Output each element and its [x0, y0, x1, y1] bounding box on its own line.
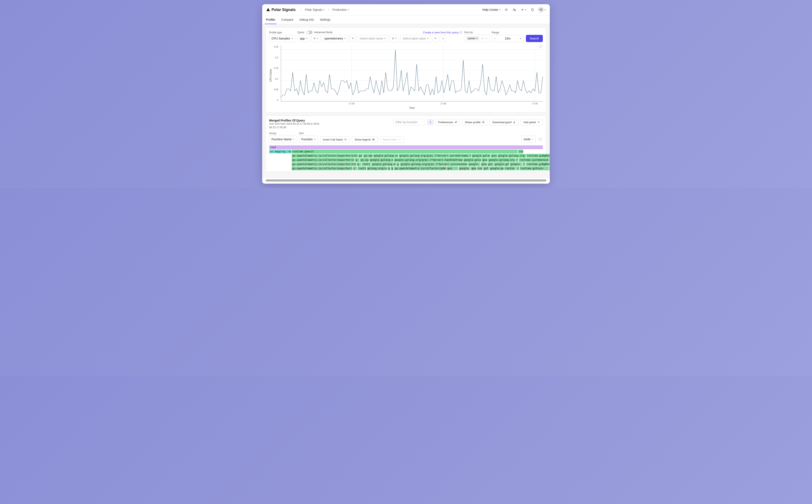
flame-cell[interactable]: goo	[447, 167, 458, 170]
flame-cell[interactable]: runtime.goexit	[291, 150, 518, 153]
tab-compare[interactable]: Compare	[281, 15, 293, 24]
flame-cell[interactable]: google.golang.org/grpc.(*Server).handleS…	[394, 158, 463, 162]
invert-callstack-btn[interactable]: Invert Call Stack	[320, 136, 350, 143]
flame-cell[interactable]: go	[358, 154, 363, 158]
range-increase[interactable]: +	[517, 35, 523, 42]
flame-cell[interactable]: r	[516, 167, 519, 170]
add-panel-btn[interactable]: Add panel	[521, 119, 543, 126]
flame-cell[interactable]: runtim	[504, 167, 516, 170]
filter-field-select[interactable]: app ⇅	[297, 35, 310, 42]
flame-cell[interactable]: g	[356, 162, 361, 166]
share-profile-btn[interactable]: Share profile	[462, 119, 488, 126]
add-menu[interactable]	[520, 7, 527, 12]
flame-cell[interactable]: google.golang.org/grpc.(*Server).serveSt…	[398, 154, 471, 158]
label-op-select[interactable]: = ⇅	[389, 35, 399, 42]
flame-cell[interactable]: googl	[482, 158, 488, 162]
flame-cell[interactable]: google.golang.org/	[371, 162, 396, 166]
search-button[interactable]: Search	[526, 35, 543, 42]
clear-sum-by[interactable]: ✕	[481, 37, 484, 40]
flame-cell[interactable]: runtime.gcBgMarkWorker	[526, 154, 550, 158]
preferences-btn[interactable]: Preferences	[436, 119, 460, 126]
user-menu[interactable]: YE	[538, 7, 546, 13]
flame-cell[interactable]: go.opentelemetry.io/collector/pdata/int	[394, 167, 446, 170]
theme-toggle[interactable]	[504, 7, 509, 12]
flame-cell[interactable]: g	[390, 167, 393, 170]
label-name-select[interactable]: Select label name ⇅	[357, 35, 388, 42]
flame-cell[interactable]: go.opentelemetry.io/collector/exporter/i…	[291, 154, 357, 158]
flame-cell[interactable]: google.gol	[494, 162, 509, 166]
filter-value-select[interactable]: opentelemetry ⇅	[322, 35, 348, 42]
flame-cell[interactable]: c	[353, 167, 357, 170]
profile-type-select[interactable]: CPU Samples ⇅	[269, 35, 295, 42]
flame-cell[interactable]: g	[396, 162, 399, 166]
label-value-select[interactable]: Select label value ⇅	[400, 35, 431, 42]
group-select[interactable]: Function Name	[269, 136, 297, 143]
create-view-link[interactable]: Create a view from this query	[423, 31, 459, 34]
range-decrease[interactable]: −	[492, 35, 498, 42]
flame-cell[interactable]: golang.org/x/	[367, 167, 387, 170]
sum-by-select[interactable]: comm ✕ ✕	[464, 35, 490, 42]
flame-cell[interactable]: r	[549, 158, 550, 162]
remove-filter-btn[interactable]: ✕	[349, 35, 356, 42]
flame-cell[interactable]: google.	[468, 162, 480, 166]
flame-cell[interactable]: gola	[487, 162, 493, 166]
flame-cell[interactable]: go.opentelemetry.io/collector/exporter/i…	[291, 158, 354, 162]
filter-op-select[interactable]: = ⇅	[311, 35, 320, 42]
tab-profiler[interactable]: Profiler	[266, 15, 275, 24]
flame-cell[interactable]: google.golang	[463, 158, 481, 162]
flame-cell[interactable]: google.gol	[489, 167, 504, 170]
filter-submit-btn[interactable]	[427, 119, 434, 125]
flame-cell[interactable]: google.	[510, 162, 522, 166]
flame-root[interactable]: root	[269, 145, 543, 149]
remove-label-btn[interactable]: ✕	[432, 35, 439, 42]
show-legend-btn[interactable]: Show legend	[352, 136, 378, 143]
flame-cell[interactable]: google.golang	[471, 154, 490, 158]
flame-cell[interactable]: google.golang.org/grpc.(*Server).process…	[400, 162, 468, 166]
flame-cell[interactable]: runtime.systemstack	[519, 158, 549, 162]
flame-cell[interactable]: go.oper	[363, 154, 372, 158]
breadcrumb-project[interactable]: Production ⇅	[331, 7, 350, 12]
help-center-link[interactable]: Help Center	[482, 8, 501, 11]
flame-cell[interactable]: run	[518, 150, 523, 153]
breadcrumb-org[interactable]: Polar Signals ⇅	[304, 7, 326, 12]
flame-cell[interactable]: go.opentelemetry.io/collector/exporter/i…	[291, 162, 356, 166]
flame-cell[interactable]: googl	[491, 154, 497, 158]
flame-cell[interactable]: go.opentelemetry.io/collector/exporter/e…	[291, 167, 352, 170]
reset-view-btn[interactable]: Reset View	[380, 136, 404, 143]
flame-cell[interactable]: r	[522, 162, 526, 166]
flame-cell[interactable]: runtime.gcDrain	[520, 167, 549, 170]
admin-icon-btn[interactable]	[512, 7, 517, 12]
brand-logo[interactable]: Polar Signals	[266, 8, 295, 12]
flame-cell[interactable]: go.oper	[360, 158, 369, 162]
flame-cell[interactable]: google.golang.org/	[373, 154, 398, 158]
view-mode-select[interactable]: Icicle	[521, 136, 536, 143]
range-value[interactable]: 15m	[498, 35, 517, 42]
flame-cell[interactable]: r	[515, 158, 518, 162]
flame-cell[interactable]: gol	[483, 167, 489, 170]
sort-select[interactable]: Function ⇅	[299, 136, 318, 143]
horizontal-scrollbar[interactable]	[265, 179, 547, 182]
add-filter-btn[interactable]: +	[440, 35, 446, 42]
flame-native[interactable]: no mapping::native	[269, 150, 291, 153]
flame-graph[interactable]: root no mapping::native runtime.goexitru…	[269, 145, 543, 170]
download-pprof-btn[interactable]: Download pprof	[490, 119, 519, 126]
flame-cell[interactable]: google.golang.org/gr	[497, 154, 526, 158]
plot-area[interactable]: 17:3517:4017:45 Time	[281, 45, 543, 109]
flame-cell[interactable]: runt	[477, 167, 483, 170]
flame-cell[interactable]: google.	[471, 167, 476, 170]
flame-cell[interactable]: g	[387, 167, 390, 170]
flame-cell[interactable]: r	[549, 167, 550, 170]
tab-debug-info[interactable]: Debug Info	[299, 15, 314, 24]
flame-info-btn[interactable]	[538, 137, 543, 142]
scrollbar-thumb[interactable]	[265, 179, 547, 182]
tab-settings[interactable]: Settings	[320, 15, 330, 24]
flame-cell[interactable]: g	[355, 158, 359, 162]
flame-cell[interactable]: google.golang.org/	[369, 158, 393, 162]
flame-cell[interactable]: goog	[481, 162, 487, 166]
flame-cell[interactable]: google.	[459, 167, 470, 170]
flame-cell[interactable]: runti	[361, 162, 371, 166]
remove-tag-btn[interactable]: ✕	[476, 37, 478, 40]
filter-function-input[interactable]: Filter by function	[393, 119, 425, 126]
advanced-mode-toggle[interactable]	[306, 31, 312, 34]
flame-cell[interactable]: runtime.gcBgMarkWorker.f	[526, 162, 550, 166]
